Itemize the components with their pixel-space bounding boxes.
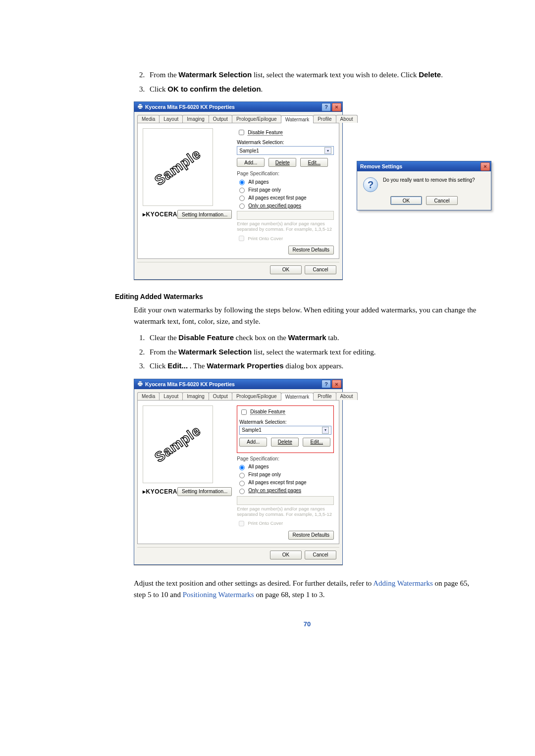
tab-layout[interactable]: Layout <box>159 115 183 123</box>
brand-logo: ▸KYOCERA <box>143 488 177 495</box>
print-cover-checkbox <box>239 521 244 526</box>
wmsel-label: Watermark Selection: <box>239 419 331 425</box>
help-button[interactable]: ? <box>321 103 331 111</box>
radio-label: All pages except first page <box>248 480 306 485</box>
step-1b: Clear the Disable Feature check box on t… <box>147 332 481 344</box>
b: Delete <box>419 70 441 79</box>
setting-info-button[interactable]: Setting Information... <box>177 487 232 496</box>
disable-feature-checkbox[interactable] <box>241 409 247 415</box>
step-2b: From the Watermark Selection list, selec… <box>147 347 481 358</box>
tab-about[interactable]: About <box>336 392 358 400</box>
help-button[interactable]: ? <box>321 380 331 388</box>
radio-label: All pages <box>248 179 268 185</box>
section-heading: Editing Added Watermarks <box>115 293 481 301</box>
page-number: 70 <box>134 620 481 628</box>
tab-about[interactable]: About <box>336 115 358 123</box>
watermark-preview: Sample <box>143 128 213 206</box>
radio-exceptfirst[interactable] <box>239 481 245 486</box>
tab-content: Sample ▸KYOCERA Setting Information... D… <box>137 400 339 544</box>
select-value: Sample1 <box>239 148 259 153</box>
confirm-ok-button[interactable]: OK <box>390 196 422 205</box>
pages-help: Enter page number(s) and/or page ranges … <box>237 506 334 517</box>
t: . <box>441 71 443 79</box>
tab-profile[interactable]: Profile <box>313 392 336 400</box>
brand-logo: ▸KYOCERA <box>143 211 177 218</box>
tab-media[interactable]: Media <box>137 392 160 400</box>
close-button[interactable]: × <box>332 103 341 111</box>
tab-imaging[interactable]: Imaging <box>182 392 209 400</box>
tab-prologue[interactable]: Prologue/Epilogue <box>232 115 281 123</box>
svg-rect-1 <box>139 104 142 105</box>
tab-media[interactable]: Media <box>137 115 160 123</box>
tab-profile[interactable]: Profile <box>313 115 336 123</box>
b: Edit... <box>167 361 188 370</box>
restore-defaults-button[interactable]: Restore Defaults <box>288 246 334 254</box>
pagespec-label: Page Specification: <box>237 171 334 176</box>
cancel-button[interactable]: Cancel <box>305 551 336 559</box>
close-button[interactable]: × <box>332 380 341 388</box>
confirm-cancel-button[interactable]: Cancel <box>426 196 458 205</box>
wmsel-label: Watermark Selection: <box>237 140 334 145</box>
window-title: Kyocera Mita FS-6020 KX Properties <box>145 104 321 110</box>
step-3: Click OK to confirm the deletion. <box>147 84 481 95</box>
titlebar: Kyocera Mita FS-6020 KX Properties ? × <box>134 379 342 389</box>
ok-button[interactable]: OK <box>270 551 302 559</box>
confirm-dialog: Remove Settings × ? Do you really want t… <box>357 161 491 210</box>
t: From the <box>150 71 178 79</box>
tab-prologue[interactable]: Prologue/Epilogue <box>232 392 281 400</box>
disable-feature-label: Disable Feature <box>250 409 285 415</box>
print-cover-checkbox <box>239 236 244 241</box>
delete-button[interactable]: Delete <box>271 438 299 447</box>
edit-button[interactable]: Edit... <box>303 438 330 447</box>
radio-allpages[interactable] <box>239 180 245 185</box>
add-button[interactable]: Add... <box>237 158 265 167</box>
t: check box on the <box>234 334 288 342</box>
svg-rect-2 <box>139 107 142 109</box>
setting-info-button[interactable]: Setting Information... <box>177 210 232 219</box>
t: . <box>261 85 263 93</box>
svg-rect-5 <box>139 385 142 386</box>
right-panel: Disable Feature Watermark Selection: Sam… <box>237 405 334 540</box>
delete-button[interactable]: Delete <box>268 158 296 167</box>
properties-dialog: Kyocera Mita FS-6020 KX Properties ? × M… <box>134 101 343 280</box>
b: Watermark Selection <box>178 348 252 356</box>
radio-allpages[interactable] <box>239 465 245 470</box>
radio-firstpage[interactable] <box>239 188 245 193</box>
t: tab. <box>326 334 339 342</box>
tab-imaging[interactable]: Imaging <box>182 115 209 123</box>
tab-strip: Media Layout Imaging Output Prologue/Epi… <box>134 112 342 123</box>
confirm-close-button[interactable]: × <box>481 162 490 171</box>
tab-strip: Media Layout Imaging Output Prologue/Epi… <box>134 389 342 400</box>
radio-exceptfirst[interactable] <box>239 196 245 201</box>
radio-specified[interactable] <box>239 203 245 209</box>
pagespec-label: Page Specification: <box>237 456 334 461</box>
b: Watermark Selection <box>178 70 252 79</box>
t: list, select the watermark text for edit… <box>252 348 375 356</box>
link-positioning-watermarks[interactable]: Positioning Watermarks <box>183 591 254 599</box>
radio-label: First page only <box>248 187 281 193</box>
section-body: Edit your own watermarks by following th… <box>134 304 481 328</box>
right-panel: Disable Feature Watermark Selection: Sam… <box>237 128 334 254</box>
t: From the <box>150 348 178 356</box>
watermark-select[interactable]: Sample1 ▾ <box>239 426 331 435</box>
pages-help: Enter page number(s) and/or page ranges … <box>237 221 334 232</box>
t: Adjust the text position and other setti… <box>134 579 373 587</box>
tab-watermark[interactable]: Watermark <box>281 115 314 123</box>
tab-watermark[interactable]: Watermark <box>281 393 314 401</box>
tab-layout[interactable]: Layout <box>159 392 183 400</box>
tab-output[interactable]: Output <box>209 115 232 123</box>
tab-output[interactable]: Output <box>209 392 232 400</box>
watermark-select[interactable]: Sample1 ▾ <box>237 146 334 155</box>
radio-specified[interactable] <box>239 489 245 494</box>
disable-feature-checkbox[interactable] <box>239 130 244 135</box>
screenshot-1: Kyocera Mita FS-6020 KX Properties ? × M… <box>134 101 481 280</box>
dialog-footer: OK Cancel <box>137 262 339 277</box>
radio-firstpage[interactable] <box>239 473 245 478</box>
cancel-button[interactable]: Cancel <box>305 265 336 274</box>
edit-button[interactable]: Edit... <box>300 158 328 167</box>
link-adding-watermarks[interactable]: Adding Watermarks <box>373 579 433 587</box>
ok-button[interactable]: OK <box>270 265 302 274</box>
add-button[interactable]: Add... <box>239 438 267 447</box>
restore-defaults-button[interactable]: Restore Defaults <box>288 531 334 540</box>
t: Click <box>150 85 167 93</box>
